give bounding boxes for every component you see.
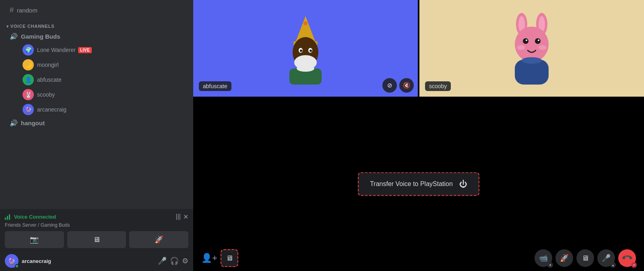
voice-member-lone-wanderer[interactable]: 🌍 Lone Wanderer LIVE — [3, 43, 190, 57]
svg-point-21 — [539, 45, 547, 50]
voice-member-arcanecraig[interactable]: 🔮 arcanecraig — [3, 102, 190, 117]
scooby-username-text: scooby — [429, 83, 447, 89]
svg-point-15 — [515, 27, 549, 62]
vc-screenshare-btn[interactable]: 🖥 — [67, 231, 126, 248]
svg-point-20 — [517, 45, 525, 50]
playstation-icon: ⏻ — [459, 179, 467, 188]
disconnect-icon[interactable]: ✕ — [183, 213, 188, 221]
screenshare-icon: 🖥 — [582, 254, 589, 263]
camera-slash-btn[interactable]: ⊘ — [382, 78, 397, 93]
voice-channel-hangout[interactable]: 🔊 hangout — [3, 117, 190, 129]
transfer-voice-text: Transfer Voice to PlayStation — [370, 180, 453, 188]
video-tile-scooby: scooby — [419, 0, 644, 97]
boost-btn[interactable]: 🚀 — [555, 249, 573, 267]
member-name-arcanecraig: arcanecraig — [37, 106, 66, 113]
member-name-lone-wanderer: Lone Wanderer — [37, 47, 76, 53]
headphones-icon[interactable]: 🎧 — [170, 257, 179, 265]
boost-icon: 🚀 — [560, 254, 569, 263]
svg-point-10 — [303, 21, 308, 25]
member-name-moongirl: moongirl — [37, 62, 59, 68]
sidebar: # random ▾ VOICE CHANNELS 🔊 Gaming Buds … — [0, 0, 193, 271]
voice-connected-panel: Voice Connected ||| ✕ Friends Server / G… — [0, 209, 193, 250]
settings-icon[interactable]: ⚙ — [182, 257, 188, 265]
voice-channel-name-hangout: hangout — [21, 120, 45, 126]
main-content: abfuscate ⊘ 🔇 — [193, 0, 644, 271]
mic-slash-btn[interactable]: 🔇 — [399, 78, 414, 93]
video-grid: abfuscate ⊘ 🔇 — [193, 0, 644, 97]
bottom-left-icons: 👤+ 🖥 — [201, 249, 238, 267]
voice-channels-section-header[interactable]: ▾ VOICE CHANNELS — [0, 17, 193, 30]
avatar-moongirl: 🌙 — [23, 59, 34, 70]
voice-channels-label: VOICE CHANNELS — [10, 24, 55, 29]
mic-icon[interactable]: 🎤 — [158, 257, 167, 265]
abfuscate-username-text: abfuscate — [203, 83, 227, 89]
mic-slash-icon: 🔇 — [403, 82, 411, 89]
member-name-scooby: scooby — [37, 91, 55, 98]
svg-point-19 — [538, 39, 539, 41]
live-badge: LIVE — [78, 47, 92, 53]
transfer-voice-popup[interactable]: Transfer Voice to PlayStation ⏻ — [358, 172, 479, 196]
avatar-arcanecraig: 🔮 — [23, 104, 34, 115]
speaker-icon: 🔊 — [10, 33, 18, 40]
svg-point-6 — [310, 50, 312, 52]
screen-share-icon-small: 🖥 — [226, 254, 233, 263]
camera-icon: 📹 — [539, 254, 548, 263]
vc-status-label: Voice Connected — [14, 214, 56, 220]
voice-channel-name: Gaming Buds — [21, 33, 60, 40]
channel-list: # random ▾ VOICE CHANNELS 🔊 Gaming Buds … — [0, 0, 193, 209]
voice-member-moongirl[interactable]: 🌙 moongirl — [3, 58, 190, 72]
mic-btn[interactable]: 🎤 ▴ — [597, 249, 615, 267]
screenshare-btn[interactable]: 🖥 — [576, 249, 594, 267]
camera-chevron-icon: ▾ — [547, 262, 553, 268]
channel-random[interactable]: # random — [3, 4, 190, 17]
vc-status-row: Voice Connected ||| ✕ — [5, 213, 188, 221]
video-tile-abfuscate: abfuscate ⊘ 🔇 — [193, 0, 418, 97]
scooby-username-badge: scooby — [425, 81, 451, 91]
camera-slash-icon: ⊘ — [387, 82, 392, 89]
speaker-icon-hangout: 🔊 — [10, 119, 18, 127]
svg-point-5 — [300, 50, 302, 52]
bar2 — [7, 216, 8, 220]
user-name: arcanecraig — [22, 258, 155, 264]
member-name-abfuscate: abfuscate — [37, 77, 62, 83]
end-call-icon: 📞 — [621, 252, 633, 264]
vc-buttons-row: 📷 🖥 🚀 — [5, 231, 188, 248]
user-controls: 🎤 🎧 ⚙ — [158, 257, 188, 265]
bottom-right-icons: 📹 ▾ 🚀 🖥 🎤 ▴ 📞 ✕ — [535, 249, 636, 267]
voice-settings-icon[interactable]: ||| — [176, 213, 181, 221]
chevron-icon: ▾ — [6, 24, 9, 29]
hash-icon: # — [10, 6, 14, 14]
vc-status-text: Voice Connected — [5, 214, 56, 220]
vc-camera-btn[interactable]: 📷 — [5, 231, 64, 248]
svg-point-23 — [522, 57, 542, 64]
abfuscate-avatar-svg — [277, 12, 334, 85]
vc-boost-btn[interactable]: 🚀 — [129, 231, 188, 248]
vc-status-actions: ||| ✕ — [176, 213, 188, 221]
avatar-lone-wanderer: 🌍 — [23, 44, 34, 56]
mic-chevron-icon: ▴ — [610, 262, 616, 268]
scooby-avatar-svg — [504, 12, 560, 85]
bottom-bar: 👤+ 🖥 📹 ▾ 🚀 🖥 🎤 ▴ — [193, 245, 644, 271]
voice-member-scooby[interactable]: 🐰 scooby — [3, 87, 190, 102]
abfuscate-username-badge: abfuscate — [199, 81, 231, 91]
add-user-icon[interactable]: 👤+ — [201, 253, 217, 263]
end-call-chevron-icon: ✕ — [631, 262, 637, 268]
svg-point-18 — [526, 39, 527, 41]
avatar-abfuscate: 👤 — [23, 74, 34, 85]
avatar-scooby: 🐰 — [23, 89, 34, 100]
user-status-dot — [15, 264, 19, 268]
mic-icon-btn: 🎤 — [602, 254, 611, 263]
svg-point-17 — [535, 38, 541, 44]
user-avatar: 🔮 — [5, 254, 19, 268]
end-call-btn[interactable]: 📞 ✕ — [618, 249, 636, 267]
screen-share-highlighted-btn[interactable]: 🖥 — [221, 249, 238, 267]
user-panel: 🔮 arcanecraig 🎤 🎧 ⚙ — [0, 250, 193, 271]
voice-channel-gaming-buds[interactable]: 🔊 Gaming Buds — [3, 31, 190, 42]
bar3 — [9, 214, 10, 220]
channel-name-random: random — [17, 7, 37, 14]
voice-member-abfuscate[interactable]: 👤 abfuscate — [3, 72, 190, 87]
video-action-icons-abfuscate: ⊘ 🔇 — [382, 78, 414, 93]
bar1 — [5, 217, 6, 220]
signal-bars-icon — [5, 214, 10, 220]
camera-btn[interactable]: 📹 ▾ — [535, 249, 552, 267]
